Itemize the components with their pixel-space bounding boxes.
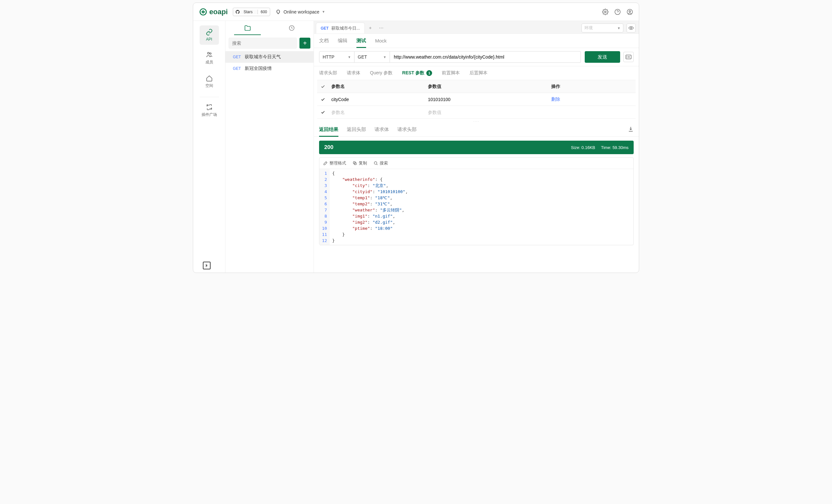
copy-button[interactable]: 复制	[353, 160, 367, 166]
svg-point-8	[630, 27, 632, 29]
svg-point-5	[207, 52, 209, 54]
inspect-button[interactable]	[623, 52, 634, 62]
preview-button[interactable]	[627, 24, 635, 32]
code-icon	[626, 55, 631, 59]
param-tabs: 请求头部 请求体 Query 参数 REST 参数1 前置脚本 后置脚本	[314, 66, 639, 80]
splitter-handle[interactable]: ....	[314, 119, 639, 123]
param-row-empty	[317, 106, 635, 119]
subtab-test[interactable]: 测试	[357, 34, 366, 48]
send-button[interactable]: 发送	[585, 51, 620, 63]
brand-logo: eoapi	[199, 8, 228, 16]
download-button[interactable]	[628, 126, 634, 133]
nav-rail: API 成员 空间 插件广场	[193, 21, 225, 273]
wand-icon	[323, 161, 328, 165]
code-viewer[interactable]: 123456789101112 { "weatherinfo": { "city…	[319, 169, 633, 245]
protocol-selector[interactable]: HTTP▼	[319, 51, 355, 63]
check-icon[interactable]	[321, 84, 325, 89]
rail-item-member[interactable]: 成员	[200, 48, 219, 68]
svg-point-12	[374, 162, 377, 164]
restab-result[interactable]: 返回结果	[319, 123, 338, 136]
svg-point-3	[627, 9, 633, 15]
param-name-input[interactable]	[331, 110, 425, 115]
svg-point-1	[605, 11, 606, 12]
api-sidebar: + GET 获取城市今日天气 GET 新冠全国疫情	[225, 21, 314, 273]
topbar: eoapi Stars 600 Online workspace ▼	[193, 3, 639, 21]
copy-icon	[353, 161, 357, 165]
collapse-icon	[205, 263, 209, 268]
paramtab-post[interactable]: 后置脚本	[469, 66, 488, 80]
sidebar-search-input[interactable]	[229, 38, 297, 49]
method-selector[interactable]: GET▼	[355, 51, 390, 63]
sidebar-tab-history[interactable]	[269, 21, 314, 35]
subtab-doc[interactable]: 文档	[319, 34, 329, 48]
param-name-input[interactable]	[331, 97, 425, 102]
search-code-button[interactable]: 搜索	[373, 160, 388, 166]
download-icon	[628, 126, 634, 132]
tab-menu-button[interactable]: ⋯	[376, 23, 387, 33]
add-api-button[interactable]: +	[300, 38, 310, 49]
svg-point-2	[615, 9, 621, 15]
paramtab-body[interactable]: 请求体	[347, 66, 360, 80]
sidebar-tab-files[interactable]	[225, 21, 269, 35]
rail-item-space[interactable]: 空间	[200, 72, 219, 92]
paramtab-rest[interactable]: REST 参数1	[402, 66, 432, 80]
restab-reqbody[interactable]: 请求体	[374, 123, 389, 136]
format-button[interactable]: 整理格式	[323, 160, 346, 166]
environment-selector[interactable]: 环境▼	[581, 24, 623, 32]
param-table-header: 参数名 参数值 操作	[317, 80, 635, 93]
api-list-item[interactable]: GET 获取城市今日天气	[225, 51, 314, 63]
subtab-edit[interactable]: 编辑	[338, 34, 347, 48]
search-icon	[373, 161, 378, 165]
param-table: 参数名 参数值 操作 删除	[317, 80, 635, 119]
check-icon[interactable]	[321, 110, 325, 114]
paramtab-header[interactable]: 请求头部	[319, 66, 337, 80]
restab-reqheader[interactable]: 请求头部	[397, 123, 417, 136]
param-row: 删除	[317, 93, 635, 106]
workspace-selector[interactable]: Online workspace ▼	[275, 9, 325, 15]
editor-tabbar: GET 获取城市今日... ＋ ⋯ 环境▼	[314, 21, 639, 34]
editor-tab-active[interactable]: GET 获取城市今日...	[316, 23, 365, 33]
eye-icon	[628, 25, 634, 31]
collapse-sidebar-button[interactable]	[203, 262, 211, 269]
user-icon[interactable]	[627, 9, 633, 15]
url-input[interactable]	[390, 51, 581, 63]
folder-icon	[244, 25, 251, 31]
response-tabs: 返回结果 返回头部 请求体 请求头部	[314, 123, 639, 137]
param-value-input[interactable]	[428, 110, 549, 115]
github-stars-badge[interactable]: Stars 600	[233, 8, 270, 16]
doc-subtabs: 文档 编辑 测试 Mock	[314, 34, 639, 48]
subtab-mock[interactable]: Mock	[375, 34, 387, 48]
history-icon	[288, 25, 295, 31]
settings-icon[interactable]	[602, 9, 608, 15]
delete-param-link[interactable]: 删除	[551, 97, 560, 102]
help-icon[interactable]	[614, 9, 621, 15]
rail-item-plugin[interactable]: 插件广场	[200, 100, 219, 121]
new-tab-button[interactable]: ＋	[365, 23, 376, 33]
status-size: Size: 0.16KB	[571, 145, 595, 150]
api-list-item[interactable]: GET 新冠全国疫情	[225, 63, 314, 74]
paramtab-query[interactable]: Query 参数	[370, 66, 392, 80]
status-bar: 200 Size: 0.16KB Time: 59.30ms	[319, 141, 634, 154]
request-row: HTTP▼ GET▼ 发送	[314, 48, 639, 66]
check-icon[interactable]	[321, 97, 325, 102]
status-time: Time: 59.30ms	[601, 145, 629, 150]
svg-point-6	[210, 53, 211, 54]
paramtab-pre[interactable]: 前置脚本	[442, 66, 460, 80]
main-area: GET 获取城市今日... ＋ ⋯ 环境▼ 文档 编辑 测试	[314, 21, 639, 273]
param-value-input[interactable]	[428, 97, 549, 102]
rail-item-api[interactable]: API	[200, 25, 219, 45]
restab-header[interactable]: 返回头部	[347, 123, 366, 136]
status-code: 200	[324, 144, 333, 151]
svg-point-4	[629, 10, 631, 12]
response-body: 整理格式 复制 搜索 123456789101112 { "weatherinf…	[319, 157, 634, 245]
